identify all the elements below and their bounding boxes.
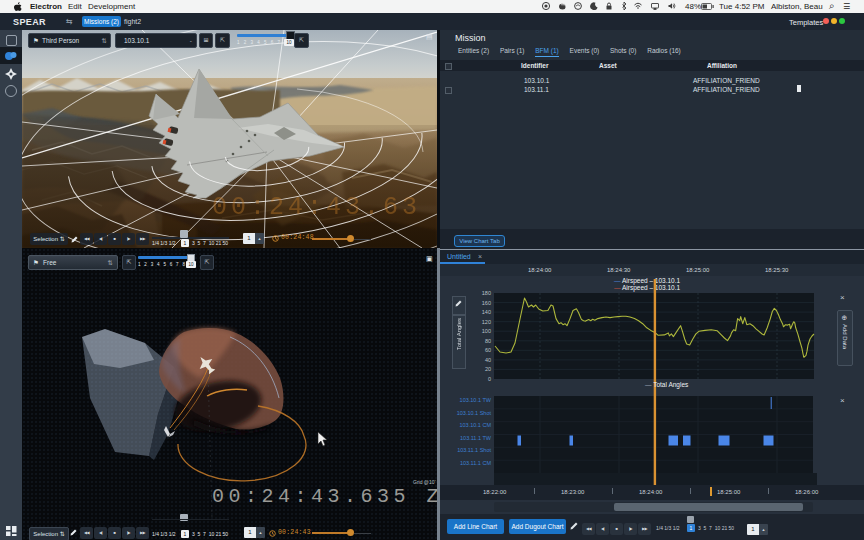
svg-text:00:24:43.63: 00:24:43.63 (212, 193, 421, 222)
